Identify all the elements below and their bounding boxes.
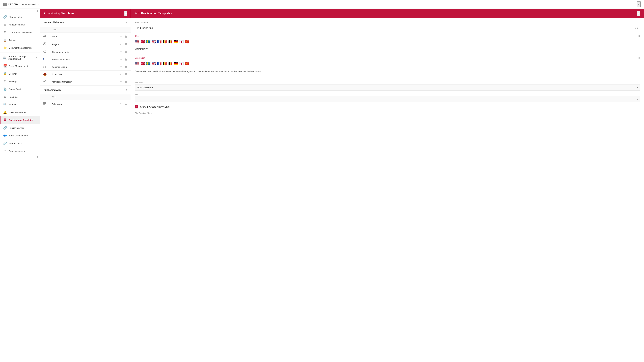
sidebar-item-settings[interactable]: ⚙ Settings (0, 78, 40, 85)
sidebar-item-provisioning-templates[interactable]: Provisioning Templates (0, 116, 40, 124)
documents-link[interactable]: documents (215, 70, 226, 72)
sidebar-item-search[interactable]: 🔍 Search (0, 101, 40, 108)
delete-marketing-button[interactable]: 🗑 (124, 80, 128, 84)
svg-rect-1 (5, 118, 6, 119)
flag-vn[interactable]: 🇻🇳 (185, 62, 189, 66)
delete-event-button[interactable]: 🗑 (124, 72, 128, 76)
chevron-up-icon: ∧ (36, 56, 38, 59)
table-row: Onboarding project ✏🗑 (40, 48, 131, 56)
list-icon[interactable]: ≡ (638, 56, 640, 59)
sidebar-item-user-profile-completion[interactable]: ⚙ User Profile Completion (0, 28, 40, 36)
sidebar-item-announcements-2[interactable]: ⚠ Announcements (0, 147, 40, 155)
flag-dk[interactable]: 🇩🇰 (140, 40, 145, 44)
flag-gb[interactable]: 🇬🇧 (152, 40, 156, 44)
delete-team-button[interactable]: 🗑 (124, 34, 128, 38)
sidebar-item-label: Shared Links (9, 16, 22, 18)
base-definition-select[interactable]: Publishing App Team Collaboration (135, 25, 640, 31)
sidebar-item-announcements[interactable]: ⚠ Announcements (0, 21, 40, 28)
flag-vn[interactable]: 🇻🇳 (185, 40, 189, 44)
flag-be1[interactable]: 🇧🇪 (162, 62, 167, 66)
sidebar-item-team-collaboration[interactable]: 👥 Team Collaboration (0, 132, 40, 139)
show-in-wizard-checkbox[interactable]: ✓ (135, 105, 138, 108)
flag-us[interactable]: 🇺🇸 (135, 40, 139, 44)
add-template-button[interactable]: + (124, 11, 127, 16)
flag-se[interactable]: 🇸🇪 (146, 62, 150, 66)
sidebar-item-security[interactable]: 🔒 Security (0, 70, 40, 78)
icon-type-select[interactable]: Font Awesome Material Icons Custom (135, 84, 640, 91)
edit-onboarding-button[interactable]: ✏ (119, 50, 122, 54)
publishing-app-section-header: Publishing App ∧ (40, 86, 131, 94)
description-flags-row: 🇺🇸 🇩🇰 🇸🇪 🇬🇧 🇫🇷 🇧🇪 🇧🇪 🇩🇪 🇯🇵 🇻🇳 (135, 62, 640, 66)
scroll-up-button[interactable]: ▲ (36, 9, 39, 12)
sidebar-item-features[interactable]: ⚙ Features (0, 93, 40, 101)
svg-rect-2 (4, 120, 5, 121)
chevron-up-icon[interactable]: ∧ (125, 88, 127, 91)
edit-publishing-button[interactable]: ✏ (119, 102, 122, 106)
sidebar-item-notification-panel[interactable]: 🔔 Notification Panel (0, 108, 40, 116)
scroll-down-button[interactable]: ▼ (36, 156, 39, 159)
show-in-wizard-row: ✓ Show in Create New Wizard (135, 105, 640, 108)
list-icon[interactable]: ≡ (638, 34, 640, 37)
communities-link[interactable]: Communities (135, 70, 148, 72)
sidebar-item-shared-links[interactable]: 🔗 Shared Links (0, 13, 40, 21)
sidebar-item-shared-links-2[interactable]: 🔗 Shared Links (0, 139, 40, 147)
flag-fr[interactable]: 🇫🇷 (157, 62, 162, 66)
topbar-close-button[interactable]: × (636, 1, 641, 7)
hamburger-menu[interactable] (3, 3, 7, 5)
sidebar-item-label: Omnia Feed (9, 88, 21, 90)
delete-project-button[interactable]: 🗑 (124, 42, 128, 46)
edit-yammer-button[interactable]: ✏ (119, 65, 122, 69)
knowledge-link[interactable]: knowledge (160, 70, 171, 72)
title-value: Community (135, 46, 640, 53)
edit-social-button[interactable]: ✏ (119, 57, 122, 61)
you-link[interactable]: you (188, 70, 192, 72)
table-row: f Social Community ✏🗑 (40, 56, 131, 63)
are-link[interactable]: are (148, 70, 151, 72)
articles-link[interactable]: articles (203, 70, 210, 72)
flag-fr[interactable]: 🇫🇷 (157, 40, 162, 44)
sidebar-item-document-management[interactable]: 📁 Document Management (0, 44, 40, 52)
warning-icon: ⚠ (3, 23, 7, 26)
base-definition-select-wrapper: Publishing App Team Collaboration ▾ (135, 25, 640, 31)
can-link[interactable]: can (192, 70, 196, 72)
sidebar-item-label: Tutorial (9, 39, 16, 41)
sidebar-item-tutorial[interactable]: 📋 Tutorial (0, 36, 40, 44)
sharing-link[interactable]: sharing (172, 70, 178, 72)
flag-de[interactable]: 🇩🇪 (174, 40, 178, 44)
sidebar-item-omnia-feed[interactable]: 📡 Omnia Feed (0, 85, 40, 93)
delete-yammer-button[interactable]: 🗑 (124, 65, 128, 69)
calendar-icon: 📅 (3, 64, 7, 68)
marketing-row-icon (43, 80, 46, 84)
flag-be2[interactable]: 🇧🇪 (168, 40, 172, 44)
flag-be2[interactable]: 🇧🇪 (168, 62, 172, 66)
feed-icon: 📡 (3, 87, 7, 91)
create-link[interactable]: create (197, 70, 203, 72)
close-add-panel-button[interactable]: × (637, 11, 640, 16)
flag-de[interactable]: 🇩🇪 (174, 62, 178, 66)
delete-social-button[interactable]: 🗑 (124, 57, 128, 61)
chevron-up-icon[interactable]: ∧ (125, 21, 127, 24)
publishing-app-title: Publishing App (44, 89, 61, 91)
discussions-link[interactable]: discussions (250, 70, 260, 72)
edit-marketing-button[interactable]: ✏ (119, 80, 122, 84)
flag-dk[interactable]: 🇩🇰 (140, 62, 145, 66)
flag-jp[interactable]: 🇯🇵 (179, 62, 184, 66)
sidebar-group-adventrix[interactable]: 📖 Adventrix Group (Traditional) ∧ (0, 53, 40, 62)
flag-gb[interactable]: 🇬🇧 (152, 62, 156, 66)
flag-se[interactable]: 🇸🇪 (146, 40, 150, 44)
edit-team-button[interactable]: ✏ (119, 34, 122, 38)
delete-publishing-button[interactable]: 🗑 (124, 102, 128, 106)
flag-be1[interactable]: 🇧🇪 (162, 40, 167, 44)
edit-event-button[interactable]: ✏ (119, 72, 122, 76)
here-link[interactable]: here (184, 70, 188, 72)
sidebar-item-publishing-apps[interactable]: 🔗 Publishing Apps (0, 124, 40, 132)
delete-onboarding-button[interactable]: 🗑 (124, 50, 128, 54)
sidebar-item-event-management[interactable]: 📅 Event Management (0, 62, 40, 70)
checkmark-icon: ✓ (136, 105, 138, 108)
description-text: Communities are used for knowledge shari… (135, 68, 640, 75)
icon-select[interactable] (135, 96, 640, 102)
flag-us[interactable]: 🇺🇸 (135, 62, 139, 66)
flag-jp[interactable]: 🇯🇵 (179, 40, 184, 44)
used-link[interactable]: used (152, 70, 157, 72)
edit-project-button[interactable]: ✏ (119, 42, 122, 46)
